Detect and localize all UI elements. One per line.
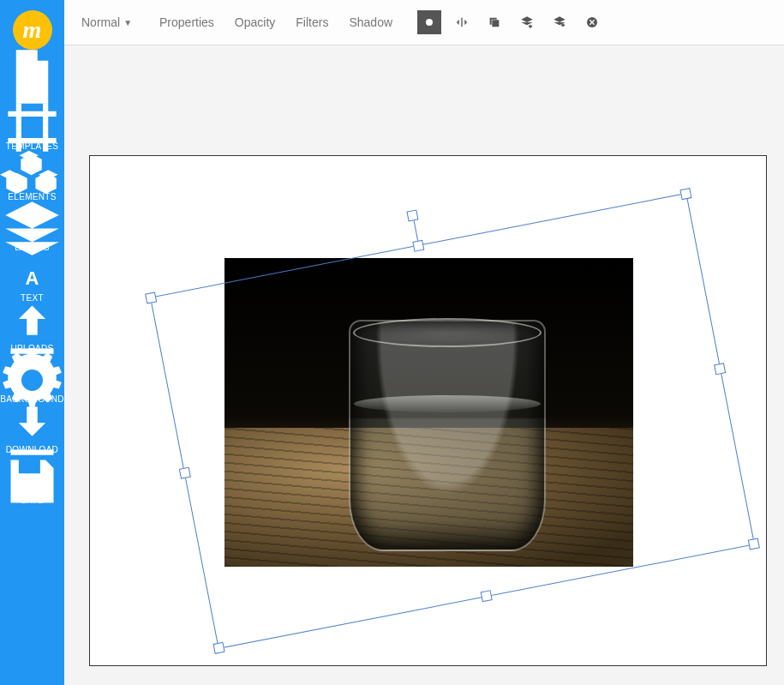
workspace[interactable]: [64, 45, 784, 685]
resize-handle-w[interactable]: [179, 467, 191, 479]
toolbar: Normal ▼ Properties Opacity Filters Shad…: [64, 0, 784, 45]
logo-glyph: m: [23, 16, 42, 44]
save-icon: [0, 470, 64, 492]
properties-button[interactable]: Properties: [153, 10, 221, 34]
layer-up-button[interactable]: [548, 10, 572, 34]
caret-down-icon: ▼: [123, 18, 132, 27]
gear-icon: [0, 369, 64, 391]
layers-icon: [0, 217, 64, 239]
sidebar: m NEW TEMPLATES ELEMENTS LAYERS A TEXT U…: [0, 0, 64, 685]
filters-button[interactable]: Filters: [289, 10, 335, 34]
resize-handle-n[interactable]: [412, 240, 424, 252]
shadow-button[interactable]: Shadow: [342, 10, 399, 34]
flip-button[interactable]: [450, 10, 474, 34]
text-icon: A: [0, 267, 64, 290]
cubes-icon: [0, 166, 64, 189]
layer-down-button[interactable]: [515, 10, 539, 34]
resize-handle-nw[interactable]: [145, 291, 157, 303]
download-icon: [0, 419, 64, 442]
rotate-handle[interactable]: [406, 209, 418, 221]
sidebar-item-layers[interactable]: LAYERS: [0, 217, 64, 252]
color-fill-button[interactable]: [417, 10, 441, 34]
blend-mode-dropdown[interactable]: Normal ▼: [75, 10, 139, 34]
blend-mode-label: Normal: [81, 15, 120, 29]
frame-icon: [0, 116, 64, 138]
resize-handle-sw[interactable]: [212, 642, 224, 654]
duplicate-button[interactable]: [482, 10, 506, 34]
opacity-button[interactable]: Opacity: [228, 10, 282, 34]
svg-point-0: [426, 19, 433, 26]
resize-handle-s[interactable]: [481, 590, 493, 602]
resize-handle-ne[interactable]: [679, 188, 691, 200]
file-icon: [0, 65, 64, 87]
resize-handle-e[interactable]: [714, 363, 726, 375]
delete-button[interactable]: [580, 10, 604, 34]
upload-icon: [0, 318, 64, 340]
resize-handle-se[interactable]: [748, 538, 760, 550]
sidebar-item-save[interactable]: SAVE: [0, 470, 64, 505]
